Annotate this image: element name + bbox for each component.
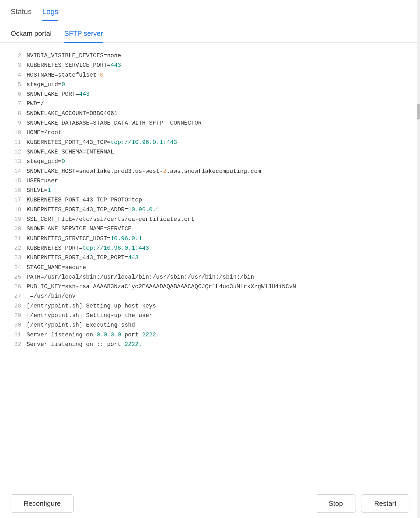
line-number: 20 [11, 224, 27, 234]
line-content: Server listening on :: port 2222. [27, 340, 142, 349]
line-content: KUBERNETES_PORT_443_TCP=tcp://10.96.0.1:… [27, 138, 177, 147]
log-line: 11KUBERNETES_PORT_443_TCP=tcp://10.96.0.… [11, 138, 409, 147]
vertical-scrollbar-track [417, 0, 420, 518]
line-number: 17 [11, 195, 27, 205]
line-content: PWD=/ [27, 99, 44, 109]
line-number: 10 [11, 128, 27, 138]
log-line: 28[/entrypoint.sh] Setting-up host keys [11, 301, 409, 311]
log-line: 4HOSTNAME=statefulset-0 [11, 71, 409, 80]
log-line: 31Server listening on 0.0.0.0 port 2222. [11, 330, 409, 340]
line-content: HOSTNAME=statefulset-0 [27, 71, 103, 80]
log-line: 25PATH=/usr/local/sbin:/usr/local/bin:/u… [11, 273, 409, 282]
log-line: 8SNOWFLAKE_ACCOUNT=OBB04061 [11, 109, 409, 118]
tab-status[interactable]: Status [11, 7, 32, 21]
line-number: 6 [11, 90, 27, 99]
log-line: 30[/entrypoint.sh] Executing sshd [11, 321, 409, 330]
reconfigure-button[interactable]: Reconfigure [11, 494, 74, 513]
top-tabs: Status Logs [0, 0, 420, 21]
line-content: KUBERNETES_SERVICE_PORT=443 [27, 61, 121, 70]
log-line: 2NVIDIA_VISIBLE_DEVICES=none [11, 51, 409, 61]
line-content: KUBERNETES_PORT_443_TCP_PROTO=tcp [27, 195, 142, 205]
log-line: 3KUBERNETES_SERVICE_PORT=443 [11, 61, 409, 70]
log-line: 20SNOWFLAKE_SERVICE_NAME=SERVICE [11, 224, 409, 234]
restart-button[interactable]: Restart [361, 494, 409, 513]
line-number: 5 [11, 80, 27, 90]
line-content: STAGE_NAME=secure [27, 263, 86, 273]
log-line: 24STAGE_NAME=secure [11, 263, 409, 273]
line-number: 24 [11, 263, 27, 273]
line-number: 22 [11, 244, 27, 253]
line-content: KUBERNETES_SERVICE_HOST=10.96.0.1 [27, 234, 142, 244]
line-content: KUBERNETES_PORT_443_TCP_PORT=443 [27, 253, 138, 263]
line-number: 32 [11, 340, 27, 349]
line-number: 3 [11, 61, 27, 70]
line-number: 7 [11, 99, 27, 109]
line-number: 25 [11, 273, 27, 282]
action-buttons: Stop Restart [316, 494, 409, 513]
line-number: 31 [11, 330, 27, 340]
tab-logs[interactable]: Logs [42, 7, 58, 21]
line-content: [/entrypoint.sh] Executing sshd [27, 321, 135, 330]
line-content: NVIDIA_VISIBLE_DEVICES=none [27, 51, 121, 61]
line-content: PUBLIC_KEY=ssh-rsa AAAAB3NzaC1yc2EAAAADA… [27, 282, 296, 292]
line-content: KUBERNETES_PORT=tcp://10.96.0.1:443 [27, 244, 149, 253]
log-line: 9SNOWFLAKE_DATABASE=STAGE_DATA_WITH_SFTP… [11, 118, 409, 128]
line-content: _=/usr/bin/env [27, 292, 76, 301]
line-content: SNOWFLAKE_HOST=snowflake.prod3.us-west-2… [27, 167, 261, 176]
line-content: Server listening on 0.0.0.0 port 2222. [27, 330, 160, 340]
line-number: 13 [11, 157, 27, 166]
log-line: 14SNOWFLAKE_HOST=snowflake.prod3.us-west… [11, 167, 409, 176]
line-content: SNOWFLAKE_ACCOUNT=OBB04061 [27, 109, 117, 118]
log-line: 15USER=user [11, 176, 409, 186]
line-content: [/entrypoint.sh] Setting-up the user [27, 311, 152, 321]
log-line: 27_=/usr/bin/env [11, 292, 409, 301]
sub-tabs: Ockam portal SFTP server [0, 21, 420, 43]
line-number: 30 [11, 321, 27, 330]
line-content: USER=user [27, 176, 58, 186]
line-content: stage_uid=0 [27, 80, 65, 90]
bottom-toolbar: Reconfigure Stop Restart [0, 489, 420, 518]
log-line: 6SNOWFLAKE_PORT=443 [11, 90, 409, 99]
log-line: 5stage_uid=0 [11, 80, 409, 90]
line-number: 11 [11, 138, 27, 147]
line-number: 21 [11, 234, 27, 244]
line-number: 14 [11, 167, 27, 176]
line-number: 19 [11, 215, 27, 224]
line-content: SSL_CERT_FILE=/etc/ssl/certs/ca-certific… [27, 215, 195, 224]
app-container: Status Logs Ockam portal SFTP server 2NV… [0, 0, 420, 518]
log-line: 26PUBLIC_KEY=ssh-rsa AAAAB3NzaC1yc2EAAAA… [11, 282, 409, 292]
line-number: 12 [11, 147, 27, 157]
line-content: KUBERNETES_PORT_443_TCP_ADDR=10.96.0.1 [27, 205, 160, 215]
log-line: 32Server listening on :: port 2222. [11, 340, 409, 349]
log-line: 22KUBERNETES_PORT=tcp://10.96.0.1:443 [11, 244, 409, 253]
log-line: 12SNOWFLAKE_SCHEMA=INTERNAL [11, 147, 409, 157]
log-line: 16SHLVL=1 [11, 186, 409, 195]
log-line: 18KUBERNETES_PORT_443_TCP_ADDR=10.96.0.1 [11, 205, 409, 215]
line-content: SNOWFLAKE_PORT=443 [27, 90, 90, 99]
line-number: 29 [11, 311, 27, 321]
subtab-sftp-server[interactable]: SFTP server [64, 29, 103, 43]
line-content: HOME=/root [27, 128, 62, 138]
vertical-scrollbar-thumb[interactable] [417, 104, 420, 120]
line-content: SNOWFLAKE_SERVICE_NAME=SERVICE [27, 224, 132, 234]
line-content: SHLVL=1 [27, 186, 51, 195]
line-number: 18 [11, 205, 27, 215]
log-line: 10HOME=/root [11, 128, 409, 138]
log-line: 19SSL_CERT_FILE=/etc/ssl/certs/ca-certif… [11, 215, 409, 224]
log-line: 29[/entrypoint.sh] Setting-up the user [11, 311, 409, 321]
line-number: 23 [11, 253, 27, 263]
line-number: 9 [11, 118, 27, 128]
line-number: 16 [11, 186, 27, 195]
line-number: 2 [11, 51, 27, 61]
subtab-ockam-portal[interactable]: Ockam portal [11, 29, 52, 43]
log-line: 21KUBERNETES_SERVICE_HOST=10.96.0.1 [11, 234, 409, 244]
stop-button[interactable]: Stop [316, 494, 356, 513]
line-number: 15 [11, 176, 27, 186]
line-number: 8 [11, 109, 27, 118]
line-number: 27 [11, 292, 27, 301]
line-content: SNOWFLAKE_DATABASE=STAGE_DATA_WITH_SFTP_… [27, 118, 202, 128]
line-number: 26 [11, 282, 27, 292]
log-line: 13stage_gid=0 [11, 157, 409, 166]
line-content: stage_gid=0 [27, 157, 65, 166]
log-line: 23KUBERNETES_PORT_443_TCP_PORT=443 [11, 253, 409, 263]
